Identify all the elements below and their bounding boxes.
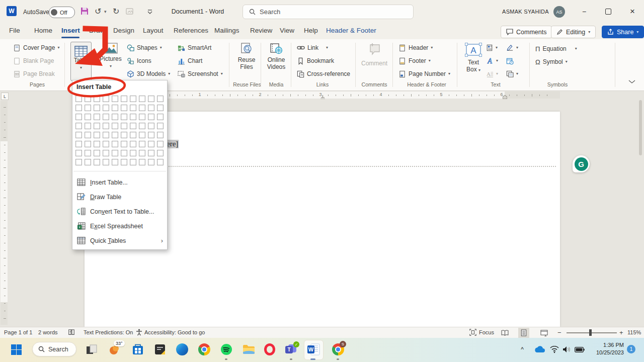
notepad-button[interactable] (153, 342, 167, 356)
grid-cell[interactable] (94, 141, 100, 147)
chart-button[interactable]: Chart (178, 56, 202, 66)
grid-cell[interactable] (85, 114, 91, 120)
3d-models-button[interactable]: 3D Models ▾ (127, 69, 170, 79)
customize-toolbar-icon[interactable] (147, 10, 153, 15)
avatar[interactable]: AS (553, 6, 565, 18)
grid-cell[interactable] (112, 123, 118, 129)
start-button[interactable] (9, 342, 23, 356)
notification-badge[interactable]: 1 (627, 345, 635, 353)
grid-cell[interactable] (94, 96, 100, 102)
zoom-level[interactable]: 115% (627, 329, 641, 335)
grid-cell[interactable] (103, 123, 109, 129)
comments-button[interactable]: Comments (501, 26, 552, 38)
accessibility-icon[interactable] (136, 329, 142, 336)
edge-button[interactable] (175, 342, 189, 356)
menu-item-quick-tables[interactable]: Quick Tables › (72, 233, 167, 248)
onedrive-icon[interactable] (532, 342, 546, 356)
grid-cell[interactable] (121, 141, 127, 147)
grid-cell[interactable] (121, 96, 127, 102)
grid-cell[interactable] (75, 105, 82, 111)
new-comment-button[interactable]: Comment (359, 43, 389, 67)
grid-cell[interactable] (94, 105, 100, 111)
pictures-button[interactable]: Pictures ▾ (99, 43, 123, 68)
shapes-button[interactable]: Shapes ▾ (127, 43, 162, 53)
online-videos-button[interactable]: Online Videos (263, 43, 290, 70)
battery-icon[interactable] (573, 342, 587, 356)
grid-cell[interactable] (157, 141, 164, 147)
zoom-out-button[interactable]: − (557, 329, 561, 336)
grid-cell[interactable] (103, 159, 109, 165)
tab-file[interactable]: File (9, 27, 20, 34)
collapse-ribbon-icon[interactable] (628, 80, 635, 83)
grid-cell[interactable] (85, 150, 91, 156)
task-view-button[interactable] (85, 342, 99, 356)
focus-label[interactable]: Focus (479, 329, 494, 335)
autosave-toggle[interactable]: Off (49, 7, 75, 18)
tab-draw[interactable]: Draw (89, 27, 105, 34)
grid-cell[interactable] (112, 150, 118, 156)
object-button[interactable]: ▾ (506, 69, 518, 79)
grid-cell[interactable] (130, 159, 136, 165)
grid-cell[interactable] (94, 159, 100, 165)
table-button[interactable]: Table ▾ (70, 42, 92, 81)
grid-cell[interactable] (148, 150, 154, 156)
taskbar-search[interactable]: Search (32, 342, 76, 356)
grid-cell[interactable] (130, 132, 136, 138)
grid-cell[interactable] (121, 123, 127, 129)
grid-cell[interactable] (94, 132, 100, 138)
save-icon[interactable] (80, 7, 89, 16)
grid-cell[interactable] (112, 96, 118, 102)
symbol-button[interactable]: Ω Symbol ▾ (535, 57, 568, 67)
menu-item-insert-table[interactable]: Insert Table... (72, 175, 167, 190)
grid-cell[interactable] (85, 105, 91, 111)
minimize-button[interactable]: − (577, 6, 592, 17)
zoom-slider-track[interactable] (567, 332, 617, 333)
menu-item-convert-text[interactable]: Convert Text to Table... (72, 204, 167, 219)
right-indent-marker[interactable] (503, 95, 507, 99)
grid-cell[interactable] (157, 114, 164, 120)
menu-item-draw-table[interactable]: Draw Table (72, 190, 167, 204)
smartart-button[interactable]: SmartArt (178, 43, 211, 53)
grid-cell[interactable] (85, 123, 91, 129)
grid-cell[interactable] (121, 150, 127, 156)
grid-cell[interactable] (157, 105, 164, 111)
grid-cell[interactable] (157, 150, 164, 156)
grid-cell[interactable] (75, 150, 82, 156)
link-button[interactable]: Link ▾ (297, 43, 328, 53)
print-layout-button[interactable] (518, 328, 529, 338)
weather-widget[interactable]: 33° (108, 342, 122, 356)
tab-layout[interactable]: Layout (143, 27, 164, 34)
grid-cell[interactable] (148, 96, 154, 102)
grid-cell[interactable] (139, 96, 145, 102)
grid-cell[interactable] (121, 114, 127, 120)
wordart-button[interactable]: A ▾ (486, 56, 498, 66)
grid-cell[interactable] (139, 105, 145, 111)
header-button[interactable]: Header ▾ (398, 43, 433, 53)
grid-cell[interactable] (121, 159, 127, 165)
bookmark-button[interactable]: Bookmark (297, 56, 334, 66)
grid-cell[interactable] (148, 114, 154, 120)
grid-cell[interactable] (94, 114, 100, 120)
screenshot-button[interactable]: Screenshot ▾ (178, 69, 223, 79)
tab-references[interactable]: References (174, 27, 208, 34)
grid-cell[interactable] (103, 96, 109, 102)
chrome-button[interactable] (197, 342, 211, 356)
grid-cell[interactable] (85, 132, 91, 138)
grid-cell[interactable] (75, 114, 82, 120)
volume-icon[interactable] (559, 342, 574, 356)
grid-cell[interactable] (85, 96, 91, 102)
grid-cell[interactable] (94, 123, 100, 129)
drop-cap-button[interactable]: A ▾ (486, 69, 498, 79)
menu-item-excel-spreadsheet[interactable]: x Excel Spreadsheet (72, 219, 167, 233)
tray-chevron-icon[interactable]: ^ (517, 342, 527, 356)
focus-icon[interactable] (469, 329, 476, 336)
tab-help[interactable]: Help (304, 27, 318, 34)
grid-cell[interactable] (75, 96, 82, 102)
microsoft-store-button[interactable] (131, 342, 145, 356)
page-number-button[interactable]: Page Number ▾ (398, 69, 450, 79)
grid-cell[interactable] (157, 159, 164, 165)
equation-button[interactable]: Π Equation ▾ (535, 44, 577, 54)
text-predictions[interactable]: Text Predictions: On (84, 329, 133, 335)
grid-cell[interactable] (148, 123, 154, 129)
grid-cell[interactable] (103, 132, 109, 138)
